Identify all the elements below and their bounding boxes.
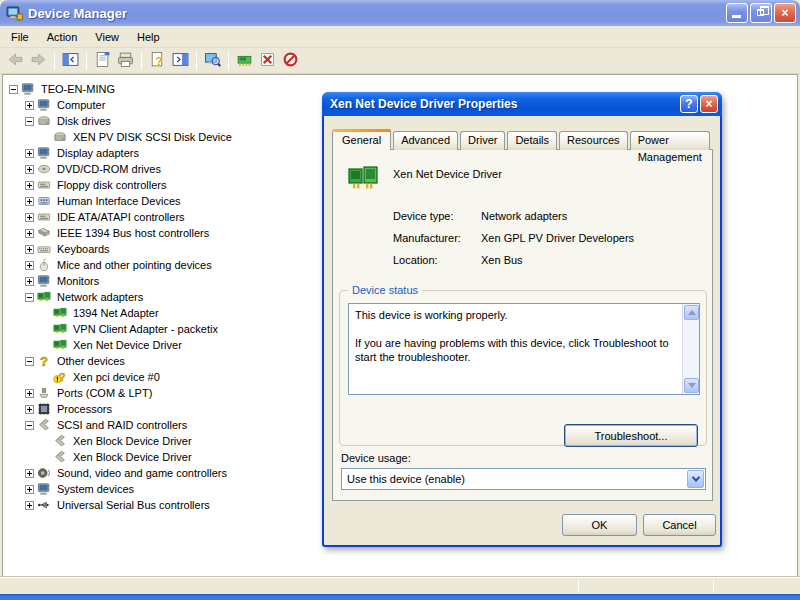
properties-dialog: Xen Net Device Driver Properties ? × Gen…	[322, 92, 722, 547]
properties-button[interactable]	[91, 50, 114, 72]
property-value: Xen Bus	[481, 254, 523, 266]
menu-help[interactable]: Help	[128, 28, 169, 46]
expand-icon[interactable]	[25, 245, 34, 254]
tree-toggle-minus[interactable]	[23, 357, 36, 366]
help-icon: ?	[149, 51, 166, 70]
tree-toggle-plus[interactable]	[23, 469, 36, 478]
back-button[interactable]	[4, 50, 27, 72]
show-hide-action-pane-button[interactable]	[169, 50, 192, 72]
expand-icon[interactable]	[25, 229, 34, 238]
tab-driver[interactable]: Driver	[460, 131, 505, 150]
tab-details[interactable]: Details	[507, 131, 557, 150]
device-usage-label: Device usage:	[341, 452, 411, 464]
computer-icon	[36, 146, 52, 161]
network-adapter-icon	[347, 162, 379, 194]
troubleshoot-button[interactable]: Troubleshoot...	[564, 424, 698, 447]
menu-action[interactable]: Action	[38, 28, 87, 46]
expand-icon[interactable]	[25, 213, 34, 222]
dropdown-arrow-button[interactable]	[687, 470, 704, 488]
tree-toggle-plus[interactable]	[23, 405, 36, 414]
tree-item-label: XEN PV DISK SCSI Disk Device	[71, 131, 234, 143]
expand-icon[interactable]	[25, 485, 34, 494]
tree-item-label: TEO-EN-MING	[39, 83, 117, 95]
tree-item-label: Human Interface Devices	[55, 195, 183, 207]
tree-toggle-plus[interactable]	[23, 181, 36, 190]
minimize-button[interactable]	[726, 3, 748, 23]
tree-item-label: Monitors	[55, 275, 101, 287]
dialog-tabs: GeneralAdvancedDriverDetailsResourcesPow…	[332, 129, 712, 150]
tree-toggle-plus[interactable]	[23, 165, 36, 174]
minimize-icon	[732, 15, 741, 18]
scroll-up-button[interactable]	[684, 305, 699, 320]
expand-icon[interactable]	[25, 277, 34, 286]
tree-toggle-minus[interactable]	[23, 293, 36, 302]
menu-view[interactable]: View	[86, 28, 128, 46]
expand-icon[interactable]	[25, 389, 34, 398]
expand-icon[interactable]	[25, 181, 34, 190]
menu-file[interactable]: File	[2, 28, 38, 46]
show-hide-console-tree-icon	[62, 51, 79, 70]
close-icon: ×	[705, 97, 712, 111]
tree-toggle-plus[interactable]	[23, 197, 36, 206]
tree-toggle-plus[interactable]	[23, 261, 36, 270]
tree-toggle-plus[interactable]	[23, 229, 36, 238]
mouse-icon	[36, 258, 52, 273]
tree-toggle-plus[interactable]	[23, 501, 36, 510]
tree-item-label: Other devices	[55, 355, 127, 367]
expand-icon[interactable]	[25, 149, 34, 158]
collapse-icon[interactable]	[25, 357, 34, 366]
forward-button[interactable]	[27, 50, 50, 72]
scsi-icon	[52, 450, 68, 465]
device-usage-dropdown[interactable]: Use this device (enable)	[341, 468, 706, 490]
uninstall-button[interactable]	[256, 50, 279, 72]
scan-for-hardware-changes-button[interactable]	[201, 50, 224, 72]
tab-advanced[interactable]: Advanced	[393, 131, 458, 150]
print-button[interactable]	[114, 50, 137, 72]
dialog-close-button[interactable]: ×	[700, 95, 718, 113]
device-status-caption: Device status	[348, 284, 422, 296]
tree-toggle-minus[interactable]	[23, 421, 36, 430]
tree-toggle-minus[interactable]	[7, 85, 20, 94]
tab-general[interactable]: General	[332, 129, 391, 150]
update-driver-button[interactable]	[233, 50, 256, 72]
card1394-icon	[36, 226, 52, 241]
tree-toggle-plus[interactable]	[23, 389, 36, 398]
cancel-button[interactable]: Cancel	[643, 514, 716, 536]
collapse-icon[interactable]	[25, 421, 34, 430]
scsi-icon	[52, 434, 68, 449]
help-button[interactable]: ?	[146, 50, 169, 72]
expand-icon[interactable]	[25, 501, 34, 510]
close-button[interactable]: ×	[774, 3, 796, 23]
collapse-icon[interactable]	[25, 293, 34, 302]
disable-button[interactable]	[279, 50, 302, 72]
expand-icon[interactable]	[25, 469, 34, 478]
tree-toggle-plus[interactable]	[23, 101, 36, 110]
expand-icon[interactable]	[25, 261, 34, 270]
disk-icon	[36, 114, 52, 129]
uninstall-icon	[259, 51, 276, 70]
tree-toggle-minus[interactable]	[23, 117, 36, 126]
tree-item-label: Network adapters	[55, 291, 145, 303]
tab-power-management[interactable]: Power Management	[630, 131, 710, 150]
scroll-down-button[interactable]	[684, 378, 699, 393]
show-hide-console-tree-button[interactable]	[59, 50, 82, 72]
scrollbar[interactable]	[682, 304, 699, 394]
restore-button[interactable]	[750, 3, 772, 23]
ok-button[interactable]: OK	[562, 514, 637, 536]
expand-icon[interactable]	[25, 101, 34, 110]
tree-toggle-plus[interactable]	[23, 245, 36, 254]
expand-icon[interactable]	[25, 405, 34, 414]
collapse-icon[interactable]	[9, 85, 18, 94]
tree-item-label: Computer	[55, 99, 107, 111]
ports-icon	[36, 386, 52, 401]
expand-icon[interactable]	[25, 197, 34, 206]
dialog-help-button[interactable]: ?	[680, 95, 698, 113]
tree-toggle-plus[interactable]	[23, 149, 36, 158]
tree-toggle-plus[interactable]	[23, 277, 36, 286]
expand-icon[interactable]	[25, 165, 34, 174]
tree-toggle-plus[interactable]	[23, 213, 36, 222]
tree-toggle-plus[interactable]	[23, 485, 36, 494]
collapse-icon[interactable]	[25, 117, 34, 126]
tree-item-label: VPN Client Adapter - packetix	[71, 323, 220, 335]
tab-resources[interactable]: Resources	[559, 131, 628, 150]
